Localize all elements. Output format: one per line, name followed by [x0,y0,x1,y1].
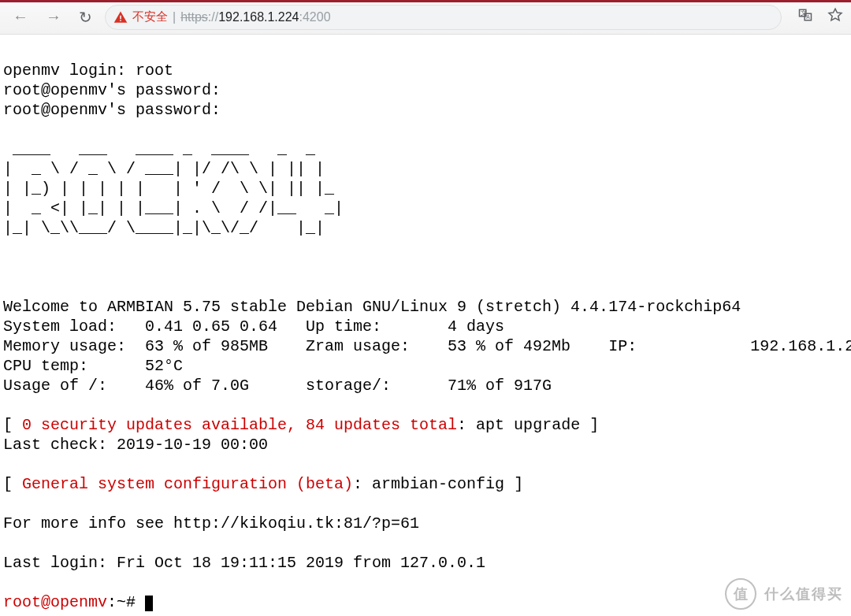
watermark-text: 什么值得买 [764,584,843,603]
last-check-line: Last check: 2019-10-19 00:00 [3,436,268,454]
address-bar[interactable]: 不安全 | https://192.168.1.224:4200 [105,5,782,30]
general-config-line: [ General system configuration (beta): a… [3,475,523,493]
memory-line: Memory usage: 63 % of 985MB Zram usage: … [3,337,851,355]
info-url[interactable]: http://kikoqiu.tk:81/?p=61 [173,514,419,533]
ascii-art-line: | _ \ / _ \ / ___| |/ /\ \ | || | [3,160,344,178]
bookmark-star-icon[interactable] [827,7,843,27]
insecure-label: 不安全 [132,9,168,24]
password-line: root@openmv's password: [3,101,221,119]
welcome-line: Welcome to ARMBIAN 5.75 stable Debian GN… [3,298,741,316]
security-updates-line: [ 0 security updates available, 84 updat… [3,416,599,434]
ascii-art-line: |_| \_\\___/ \____|_|\_\/_/ |_| [3,219,344,237]
ascii-art-line: ____ ___ ____ _ ____ _ _ [3,140,344,158]
warning-icon [113,10,128,24]
ascii-art-line: | _ <| |_| | |___| . \ / /|__ _| [3,199,344,217]
svg-rect-0 [120,15,121,19]
shell-prompt: root@openmv:~# [3,593,153,611]
svg-rect-1 [120,20,121,21]
ascii-art-line: | |_) | | | | | | ' / \ \| || |_ [3,180,344,198]
watermark-badge: 值 [725,578,756,610]
watermark: 值 什么值得买 [725,578,843,610]
svg-text:A: A [806,14,810,20]
reload-button[interactable]: ↻ [74,5,97,30]
back-button[interactable]: ← [8,5,33,29]
separator: | [173,10,176,24]
terminal-output[interactable]: openmv login: root root@openmv's passwor… [0,35,851,614]
password-line: root@openmv's password: [3,81,221,99]
system-load-line: System load: 0.41 0.65 0.64 Up time: 4 d… [3,317,504,336]
cursor [145,596,153,611]
last-login-line: Last login: Fri Oct 18 19:11:15 2019 fro… [3,554,485,572]
more-info-line: For more info see http://kikoqiu.tk:81/?… [3,514,419,533]
disk-usage-line: Usage of /: 46% of 7.0G storage/: 71% of… [3,377,552,395]
cpu-temp-line: CPU temp: 52°C [3,357,183,375]
toolbar-actions: 文A [797,7,843,27]
url-display: https://192.168.1.224:4200 [180,10,330,24]
forward-button[interactable]: → [41,5,66,29]
login-prompt: openmv login: root [3,61,173,80]
browser-toolbar: ← → ↻ 不安全 | https://192.168.1.224:4200 文… [0,0,851,35]
translate-icon[interactable]: 文A [797,7,813,27]
